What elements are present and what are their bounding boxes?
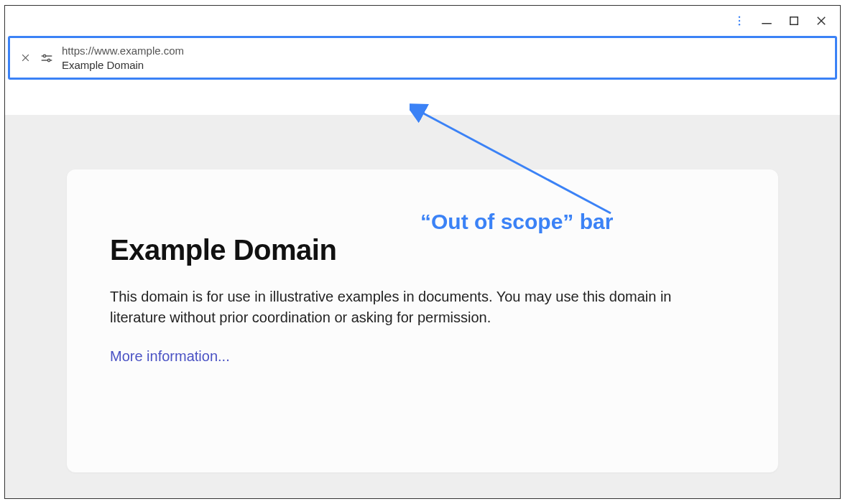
tune-icon[interactable] bbox=[40, 52, 53, 65]
url-text: https://www.example.com bbox=[62, 44, 184, 58]
app-window: https://www.example.com Example Domain E… bbox=[4, 5, 841, 499]
svg-point-1 bbox=[739, 20, 740, 22]
svg-point-2 bbox=[739, 24, 740, 25]
svg-rect-4 bbox=[790, 17, 798, 25]
maximize-icon[interactable] bbox=[787, 14, 801, 28]
address-bar[interactable]: https://www.example.com Example Domain bbox=[8, 36, 837, 80]
annotation-label: “Out of scope” bar bbox=[420, 210, 613, 234]
kebab-menu-icon[interactable] bbox=[732, 14, 747, 28]
minimize-icon[interactable] bbox=[759, 14, 774, 28]
close-window-icon[interactable] bbox=[814, 14, 828, 28]
page-paragraph: This domain is for use in illustrative e… bbox=[110, 286, 699, 328]
address-text-block: https://www.example.com Example Domain bbox=[62, 44, 184, 72]
page-title-text: Example Domain bbox=[62, 58, 184, 73]
page-heading: Example Domain bbox=[110, 234, 742, 266]
page-viewport: Example Domain This domain is for use in… bbox=[5, 115, 840, 498]
more-info-link[interactable]: More information... bbox=[110, 348, 230, 364]
clear-icon[interactable] bbox=[19, 53, 32, 62]
svg-point-0 bbox=[739, 17, 740, 18]
svg-point-12 bbox=[47, 59, 50, 61]
svg-point-10 bbox=[43, 55, 45, 57]
window-titlebar bbox=[5, 6, 840, 36]
